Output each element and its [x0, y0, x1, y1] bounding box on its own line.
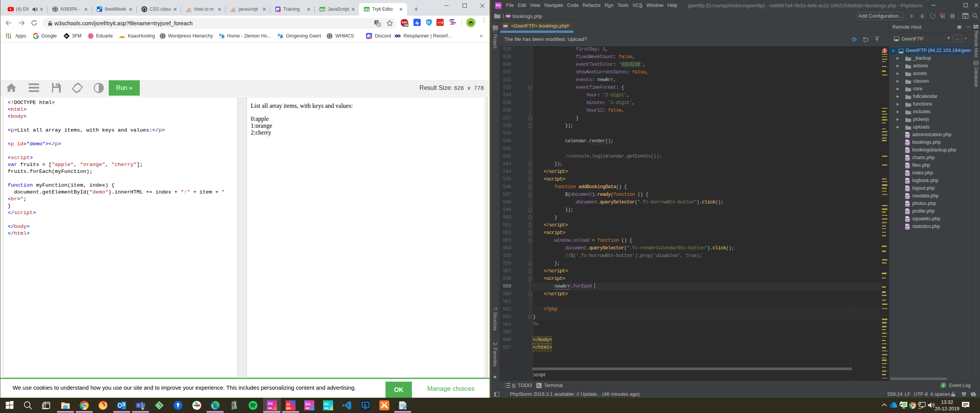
- svg-text:?: ?: [972, 393, 974, 395]
- svg-text:PHP: PHP: [905, 165, 910, 167]
- svg-text:PHP: PHP: [905, 196, 910, 198]
- svg-text:PHP: PHP: [905, 188, 910, 190]
- svg-text:PHP: PHP: [905, 158, 910, 160]
- svg-text:PHP: PHP: [905, 150, 910, 152]
- svg-text:FTP: FTP: [899, 52, 903, 54]
- svg-text:3F: 3F: [65, 35, 68, 37]
- svg-text:PHP: PHP: [905, 226, 910, 229]
- svg-text:FI: FI: [427, 21, 430, 24]
- svg-text:DG: DG: [305, 402, 311, 406]
- svg-text:3: 3: [323, 8, 325, 12]
- svg-text:1: 1: [942, 383, 944, 387]
- svg-text:E: E: [364, 403, 366, 407]
- svg-text:PHP: PHP: [905, 211, 910, 213]
- svg-text:3: 3: [367, 8, 369, 12]
- svg-text:G: G: [378, 23, 380, 26]
- svg-text:FTP: FTP: [895, 39, 898, 41]
- svg-text:PC: PC: [324, 402, 329, 406]
- svg-text:2: 2: [370, 37, 371, 39]
- svg-text:IJ: IJ: [287, 402, 290, 406]
- svg-text:PHP: PHP: [905, 173, 910, 175]
- svg-text:PHP: PHP: [905, 219, 910, 221]
- svg-text:S: S: [158, 404, 160, 408]
- svg-text:PHP: PHP: [905, 142, 910, 145]
- svg-text:PS: PS: [268, 402, 273, 406]
- svg-text:T: T: [137, 403, 140, 408]
- svg-text:PHP: PHP: [905, 180, 910, 183]
- svg-text:PHP: PHP: [905, 135, 910, 137]
- svg-text:PHP: PHP: [905, 203, 910, 206]
- svg-text:24: 24: [405, 23, 408, 27]
